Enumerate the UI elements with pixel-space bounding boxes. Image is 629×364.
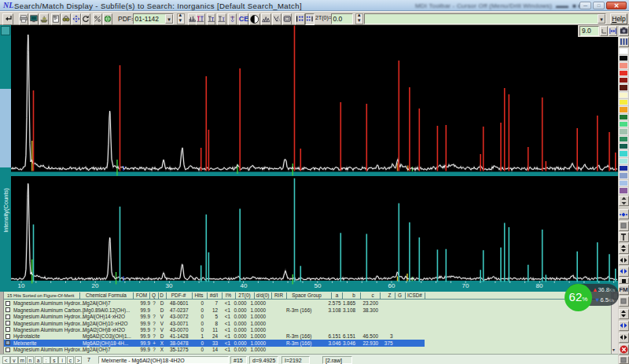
svg-text:40: 40 (241, 282, 248, 289)
svg-text:10: 10 (18, 282, 25, 289)
svg-text:50: 50 (314, 282, 322, 289)
svg-text:30: 30 (166, 282, 173, 289)
svg-text:80: 80 (536, 282, 543, 289)
svg-text:60: 60 (388, 282, 395, 289)
svg-text:20: 20 (92, 282, 99, 289)
svg-text:70: 70 (462, 282, 469, 289)
